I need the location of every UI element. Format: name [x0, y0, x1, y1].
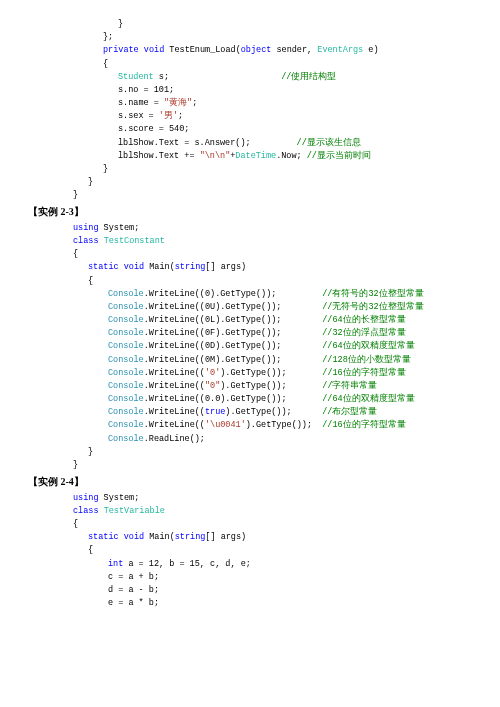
- code-line: s.score = 540;: [28, 123, 472, 136]
- code-line: {: [28, 544, 472, 557]
- code-line: Console.WriteLine((0U).GetType()); //无符号…: [28, 301, 472, 314]
- code-line: Console.WriteLine((0).GetType()); //有符号的…: [28, 288, 472, 301]
- code-line: }: [28, 189, 472, 202]
- code-line: lblShow.Text = s.Answer(); //显示该生信息: [28, 137, 472, 150]
- code-line: private void TestEnum_Load(object sender…: [28, 44, 472, 57]
- code-line: Console.ReadLine();: [28, 433, 472, 446]
- code-line: {: [28, 275, 472, 288]
- code-line: Console.WriteLine((0F).GetType()); //32位…: [28, 327, 472, 340]
- code-line: lblShow.Text += "\n\n"+DateTime.Now; //显…: [28, 150, 472, 163]
- code-line: s.sex = '男';: [28, 110, 472, 123]
- code-line: Console.WriteLine(('0').GetType()); //16…: [28, 367, 472, 380]
- code-line: Console.WriteLine((0L).GetType()); //64位…: [28, 314, 472, 327]
- code-line: c = a + b;: [28, 571, 472, 584]
- code-line: }: [28, 18, 472, 31]
- code-line: }: [28, 459, 472, 472]
- code-line: s.name = "黄海";: [28, 97, 472, 110]
- section-header: 【实例 2-3】: [28, 204, 472, 220]
- code-line: Console.WriteLine((0D).GetType()); //64位…: [28, 340, 472, 353]
- code-line: {: [28, 248, 472, 261]
- code-line: e = a * b;: [28, 597, 472, 610]
- code-line: Console.WriteLine((true).GetType()); //布…: [28, 406, 472, 419]
- code-line: }: [28, 163, 472, 176]
- code-line: Console.WriteLine(("0").GetType()); //字符…: [28, 380, 472, 393]
- code-line: static void Main(string[] args): [28, 261, 472, 274]
- code-line: s.no = 101;: [28, 84, 472, 97]
- code-line: using System;: [28, 222, 472, 235]
- code-line: using System;: [28, 492, 472, 505]
- code-line: int a = 12, b = 15, c, d, e;: [28, 558, 472, 571]
- code-line: Console.WriteLine(('\u0041').GetType());…: [28, 419, 472, 432]
- code-line: }: [28, 176, 472, 189]
- code-line: };: [28, 31, 472, 44]
- code-line: class TestVariable: [28, 505, 472, 518]
- code-document: }};private void TestEnum_Load(object sen…: [28, 18, 472, 610]
- code-line: }: [28, 446, 472, 459]
- code-line: static void Main(string[] args): [28, 531, 472, 544]
- code-line: Console.WriteLine((0.0).GetType()); //64…: [28, 393, 472, 406]
- code-line: d = a - b;: [28, 584, 472, 597]
- code-line: class TestConstant: [28, 235, 472, 248]
- code-line: {: [28, 518, 472, 531]
- code-line: {: [28, 58, 472, 71]
- section-header: 【实例 2-4】: [28, 474, 472, 490]
- code-line: Console.WriteLine((0M).GetType()); //128…: [28, 354, 472, 367]
- code-line: Student s; //使用结构型: [28, 71, 472, 84]
